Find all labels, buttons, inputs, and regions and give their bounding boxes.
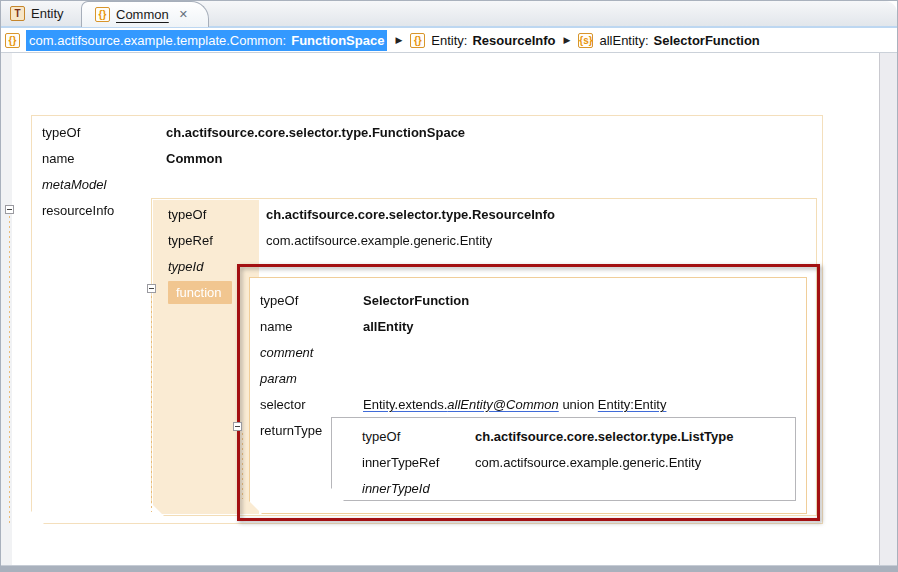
close-tab-icon[interactable]: ✕ xyxy=(179,8,188,21)
editor-left-margin xyxy=(1,53,12,567)
selector-link-allentity[interactable]: Entity.extends.allEntity@Common xyxy=(363,397,559,412)
collapse-icon[interactable] xyxy=(233,422,242,431)
editor-tab-bar: T Entity {} Common ✕ xyxy=(1,1,897,28)
property-label-typeof[interactable]: typeOf xyxy=(168,202,206,228)
breadcrumb: {} com.actifsource.example.template.Comm… xyxy=(1,28,897,53)
selector-icon: {s} xyxy=(578,33,593,48)
property-row: param xyxy=(250,366,806,392)
property-label-returntype[interactable]: returnType xyxy=(260,418,322,444)
selector-link-entity[interactable]: Entity:Entity xyxy=(598,397,667,412)
breadcrumb-prefix: allEntity: xyxy=(599,33,648,48)
actifsource-editor-window: T Entity {} Common ✕ {} com.actifsource.… xyxy=(0,0,898,572)
property-value-typeof[interactable]: SelectorFunction xyxy=(363,288,469,314)
breadcrumb-prefix: com.actifsource.example.template.Common: xyxy=(29,33,286,48)
braces-icon: {} xyxy=(410,33,425,48)
selector-operator: union xyxy=(559,397,598,412)
property-label-metamodel[interactable]: metaModel xyxy=(42,172,106,198)
breadcrumb-arrow-icon: ▶ xyxy=(393,35,404,45)
tree-guide-line xyxy=(242,433,243,499)
tab-entity-label: Entity xyxy=(31,6,64,21)
selector-link-text: Entity.extends. xyxy=(363,397,447,412)
property-value-typeof[interactable]: ch.actifsource.core.selector.type.ListTy… xyxy=(475,424,733,450)
property-label-typeof[interactable]: typeOf xyxy=(260,288,298,314)
collapse-icon[interactable] xyxy=(147,284,156,293)
tree-guide-line xyxy=(151,296,152,512)
tab-common-label: Common xyxy=(116,7,169,22)
selector-expression: Entity.extends.allEntity@Common union En… xyxy=(363,392,666,418)
property-value-typeof[interactable]: ch.actifsource.core.selector.type.Resour… xyxy=(266,202,555,228)
property-value-innertyperef[interactable]: com.actifsource.example.generic.Entity xyxy=(475,450,701,476)
property-value-name[interactable]: allEntity xyxy=(363,314,414,340)
breadcrumb-item-selectorfunction[interactable]: allEntity:SelectorFunction xyxy=(599,33,759,48)
property-label-comment[interactable]: comment xyxy=(260,340,313,366)
property-label-param[interactable]: param xyxy=(260,366,297,392)
resource-editor-canvas: typeOf ch.actifsource.core.selector.type… xyxy=(1,53,897,565)
tab-entity[interactable]: T Entity xyxy=(1,1,81,26)
braces-icon: {} xyxy=(5,33,20,48)
property-label-typeof[interactable]: typeOf xyxy=(42,120,80,146)
template-icon: T xyxy=(10,6,25,21)
property-value-typeof[interactable]: ch.actifsource.core.selector.type.Functi… xyxy=(166,120,465,146)
property-row: typeOf ch.actifsource.core.selector.type… xyxy=(32,120,822,146)
property-row: selector Entity.extends.allEntity@Common… xyxy=(250,392,806,418)
breadcrumb-item-resourceinfo[interactable]: Entity:ResourceInfo xyxy=(431,33,555,48)
braces-icon: {} xyxy=(95,7,110,22)
breadcrumb-prefix: Entity: xyxy=(431,33,467,48)
property-label-resourceinfo[interactable]: resourceInfo xyxy=(42,198,114,224)
breadcrumb-arrow-icon: ▶ xyxy=(562,35,573,45)
selector-link-italic: allEntity@Common xyxy=(447,397,558,412)
tab-common[interactable]: {} Common ✕ xyxy=(81,1,209,27)
property-label-innertyperef[interactable]: innerTypeRef xyxy=(362,450,439,476)
property-label-typeid[interactable]: typeId xyxy=(168,254,203,280)
breadcrumb-name: SelectorFunction xyxy=(654,33,760,48)
property-row: innerTypeRef com.actifsource.example.gen… xyxy=(332,450,795,476)
property-row: comment xyxy=(250,340,806,366)
vertical-scrollbar[interactable] xyxy=(879,53,897,567)
property-label-typeref[interactable]: typeRef xyxy=(168,228,213,254)
breadcrumb-name: FunctionSpace xyxy=(291,33,384,48)
property-label-name[interactable]: name xyxy=(260,314,293,340)
property-label-selector[interactable]: selector xyxy=(260,392,306,418)
property-row: typeRef com.actifsource.example.generic.… xyxy=(152,228,816,254)
property-row: typeOf ch.actifsource.core.selector.type… xyxy=(152,202,816,228)
property-label-function-selected[interactable]: function xyxy=(168,281,232,304)
returntype-box: typeOf ch.actifsource.core.selector.type… xyxy=(331,417,796,501)
property-row: name Common xyxy=(32,146,822,172)
collapse-icon[interactable] xyxy=(5,205,14,214)
property-row: typeId xyxy=(152,254,816,280)
property-label-innertypeid[interactable]: innerTypeId xyxy=(362,476,430,502)
property-label-typeof[interactable]: typeOf xyxy=(362,424,400,450)
breadcrumb-name: ResourceInfo xyxy=(472,33,555,48)
property-row: innerTypeId xyxy=(332,476,795,502)
window-bottom-edge xyxy=(1,565,897,571)
property-value-typeref[interactable]: com.actifsource.example.generic.Entity xyxy=(266,228,492,254)
property-row: name allEntity xyxy=(250,314,806,340)
property-row: metaModel xyxy=(32,172,822,198)
property-value-name[interactable]: Common xyxy=(166,146,222,172)
property-row: typeOf SelectorFunction xyxy=(250,288,806,314)
breadcrumb-item-functionspace[interactable]: com.actifsource.example.template.Common:… xyxy=(26,30,387,51)
property-label-name[interactable]: name xyxy=(42,146,75,172)
property-row: typeOf ch.actifsource.core.selector.type… xyxy=(332,424,795,450)
tree-guide-line xyxy=(9,216,10,523)
